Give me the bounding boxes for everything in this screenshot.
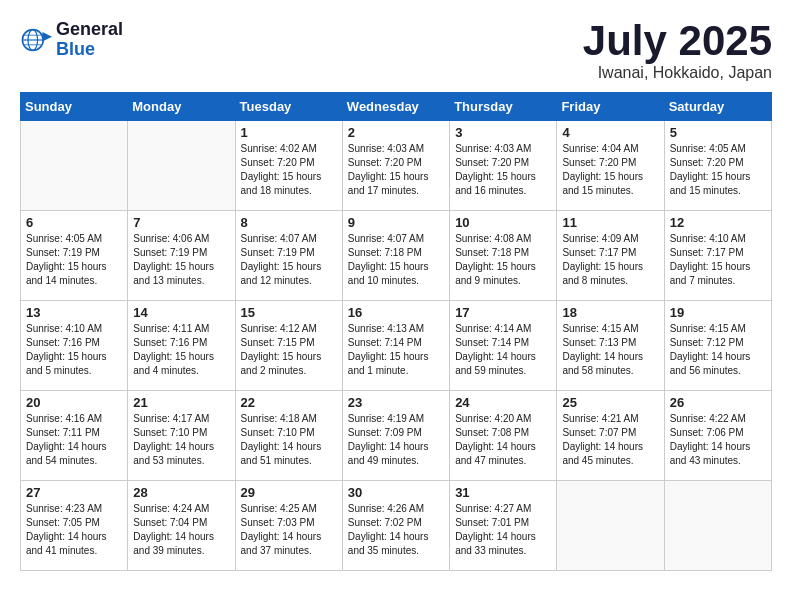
day-number: 24: [455, 395, 551, 410]
day-number: 16: [348, 305, 444, 320]
calendar-week-4: 20Sunrise: 4:16 AM Sunset: 7:11 PM Dayli…: [21, 391, 772, 481]
day-info: Sunrise: 4:24 AM Sunset: 7:04 PM Dayligh…: [133, 502, 229, 558]
day-info: Sunrise: 4:19 AM Sunset: 7:09 PM Dayligh…: [348, 412, 444, 468]
calendar-cell: [557, 481, 664, 571]
weekday-header-tuesday: Tuesday: [235, 93, 342, 121]
calendar-cell: 31Sunrise: 4:27 AM Sunset: 7:01 PM Dayli…: [450, 481, 557, 571]
day-info: Sunrise: 4:11 AM Sunset: 7:16 PM Dayligh…: [133, 322, 229, 378]
location: Iwanai, Hokkaido, Japan: [583, 64, 772, 82]
day-info: Sunrise: 4:06 AM Sunset: 7:19 PM Dayligh…: [133, 232, 229, 288]
calendar-cell: 25Sunrise: 4:21 AM Sunset: 7:07 PM Dayli…: [557, 391, 664, 481]
day-number: 28: [133, 485, 229, 500]
calendar-week-2: 6Sunrise: 4:05 AM Sunset: 7:19 PM Daylig…: [21, 211, 772, 301]
weekday-header-monday: Monday: [128, 93, 235, 121]
title-block: July 2025 Iwanai, Hokkaido, Japan: [583, 20, 772, 82]
day-number: 23: [348, 395, 444, 410]
day-number: 14: [133, 305, 229, 320]
day-info: Sunrise: 4:15 AM Sunset: 7:12 PM Dayligh…: [670, 322, 766, 378]
calendar-cell: 4Sunrise: 4:04 AM Sunset: 7:20 PM Daylig…: [557, 121, 664, 211]
day-info: Sunrise: 4:23 AM Sunset: 7:05 PM Dayligh…: [26, 502, 122, 558]
day-number: 15: [241, 305, 337, 320]
day-number: 31: [455, 485, 551, 500]
day-info: Sunrise: 4:07 AM Sunset: 7:19 PM Dayligh…: [241, 232, 337, 288]
day-number: 2: [348, 125, 444, 140]
day-number: 20: [26, 395, 122, 410]
day-number: 22: [241, 395, 337, 410]
calendar-cell: 11Sunrise: 4:09 AM Sunset: 7:17 PM Dayli…: [557, 211, 664, 301]
calendar-cell: 12Sunrise: 4:10 AM Sunset: 7:17 PM Dayli…: [664, 211, 771, 301]
day-number: 12: [670, 215, 766, 230]
day-info: Sunrise: 4:03 AM Sunset: 7:20 PM Dayligh…: [455, 142, 551, 198]
day-number: 11: [562, 215, 658, 230]
calendar-cell: 21Sunrise: 4:17 AM Sunset: 7:10 PM Dayli…: [128, 391, 235, 481]
logo-general-text: General: [56, 20, 123, 40]
weekday-header-sunday: Sunday: [21, 93, 128, 121]
day-info: Sunrise: 4:25 AM Sunset: 7:03 PM Dayligh…: [241, 502, 337, 558]
logo: General Blue: [20, 20, 123, 60]
weekday-header-wednesday: Wednesday: [342, 93, 449, 121]
day-info: Sunrise: 4:21 AM Sunset: 7:07 PM Dayligh…: [562, 412, 658, 468]
calendar-cell: 8Sunrise: 4:07 AM Sunset: 7:19 PM Daylig…: [235, 211, 342, 301]
day-number: 4: [562, 125, 658, 140]
calendar-cell: 10Sunrise: 4:08 AM Sunset: 7:18 PM Dayli…: [450, 211, 557, 301]
calendar-cell: 2Sunrise: 4:03 AM Sunset: 7:20 PM Daylig…: [342, 121, 449, 211]
calendar-cell: 7Sunrise: 4:06 AM Sunset: 7:19 PM Daylig…: [128, 211, 235, 301]
calendar-cell: [21, 121, 128, 211]
day-number: 1: [241, 125, 337, 140]
day-number: 27: [26, 485, 122, 500]
day-number: 5: [670, 125, 766, 140]
calendar-cell: [664, 481, 771, 571]
day-info: Sunrise: 4:26 AM Sunset: 7:02 PM Dayligh…: [348, 502, 444, 558]
weekday-header-row: SundayMondayTuesdayWednesdayThursdayFrid…: [21, 93, 772, 121]
calendar-cell: 1Sunrise: 4:02 AM Sunset: 7:20 PM Daylig…: [235, 121, 342, 211]
calendar-week-5: 27Sunrise: 4:23 AM Sunset: 7:05 PM Dayli…: [21, 481, 772, 571]
calendar-week-3: 13Sunrise: 4:10 AM Sunset: 7:16 PM Dayli…: [21, 301, 772, 391]
calendar-cell: 27Sunrise: 4:23 AM Sunset: 7:05 PM Dayli…: [21, 481, 128, 571]
calendar-cell: 3Sunrise: 4:03 AM Sunset: 7:20 PM Daylig…: [450, 121, 557, 211]
calendar-cell: 26Sunrise: 4:22 AM Sunset: 7:06 PM Dayli…: [664, 391, 771, 481]
day-info: Sunrise: 4:04 AM Sunset: 7:20 PM Dayligh…: [562, 142, 658, 198]
day-info: Sunrise: 4:08 AM Sunset: 7:18 PM Dayligh…: [455, 232, 551, 288]
page-header: General Blue July 2025 Iwanai, Hokkaido,…: [20, 20, 772, 82]
calendar-cell: 20Sunrise: 4:16 AM Sunset: 7:11 PM Dayli…: [21, 391, 128, 481]
day-number: 18: [562, 305, 658, 320]
day-number: 7: [133, 215, 229, 230]
day-info: Sunrise: 4:07 AM Sunset: 7:18 PM Dayligh…: [348, 232, 444, 288]
calendar-cell: 22Sunrise: 4:18 AM Sunset: 7:10 PM Dayli…: [235, 391, 342, 481]
calendar-cell: 28Sunrise: 4:24 AM Sunset: 7:04 PM Dayli…: [128, 481, 235, 571]
day-number: 26: [670, 395, 766, 410]
calendar-cell: 16Sunrise: 4:13 AM Sunset: 7:14 PM Dayli…: [342, 301, 449, 391]
day-info: Sunrise: 4:15 AM Sunset: 7:13 PM Dayligh…: [562, 322, 658, 378]
logo-icon: [20, 24, 52, 56]
calendar-cell: 5Sunrise: 4:05 AM Sunset: 7:20 PM Daylig…: [664, 121, 771, 211]
day-info: Sunrise: 4:16 AM Sunset: 7:11 PM Dayligh…: [26, 412, 122, 468]
day-number: 19: [670, 305, 766, 320]
day-info: Sunrise: 4:27 AM Sunset: 7:01 PM Dayligh…: [455, 502, 551, 558]
month-title: July 2025: [583, 20, 772, 62]
day-number: 29: [241, 485, 337, 500]
day-info: Sunrise: 4:10 AM Sunset: 7:16 PM Dayligh…: [26, 322, 122, 378]
calendar-week-1: 1Sunrise: 4:02 AM Sunset: 7:20 PM Daylig…: [21, 121, 772, 211]
day-number: 17: [455, 305, 551, 320]
day-info: Sunrise: 4:22 AM Sunset: 7:06 PM Dayligh…: [670, 412, 766, 468]
calendar-table: SundayMondayTuesdayWednesdayThursdayFrid…: [20, 92, 772, 571]
day-info: Sunrise: 4:10 AM Sunset: 7:17 PM Dayligh…: [670, 232, 766, 288]
calendar-cell: 14Sunrise: 4:11 AM Sunset: 7:16 PM Dayli…: [128, 301, 235, 391]
calendar-cell: 15Sunrise: 4:12 AM Sunset: 7:15 PM Dayli…: [235, 301, 342, 391]
calendar-cell: 6Sunrise: 4:05 AM Sunset: 7:19 PM Daylig…: [21, 211, 128, 301]
logo-text: General Blue: [56, 20, 123, 60]
logo-blue-text: Blue: [56, 40, 123, 60]
calendar-cell: 23Sunrise: 4:19 AM Sunset: 7:09 PM Dayli…: [342, 391, 449, 481]
day-number: 9: [348, 215, 444, 230]
day-info: Sunrise: 4:03 AM Sunset: 7:20 PM Dayligh…: [348, 142, 444, 198]
calendar-cell: 24Sunrise: 4:20 AM Sunset: 7:08 PM Dayli…: [450, 391, 557, 481]
day-number: 8: [241, 215, 337, 230]
day-number: 30: [348, 485, 444, 500]
day-info: Sunrise: 4:14 AM Sunset: 7:14 PM Dayligh…: [455, 322, 551, 378]
day-info: Sunrise: 4:17 AM Sunset: 7:10 PM Dayligh…: [133, 412, 229, 468]
day-number: 3: [455, 125, 551, 140]
calendar-cell: 13Sunrise: 4:10 AM Sunset: 7:16 PM Dayli…: [21, 301, 128, 391]
calendar-cell: 17Sunrise: 4:14 AM Sunset: 7:14 PM Dayli…: [450, 301, 557, 391]
day-info: Sunrise: 4:12 AM Sunset: 7:15 PM Dayligh…: [241, 322, 337, 378]
calendar-cell: 30Sunrise: 4:26 AM Sunset: 7:02 PM Dayli…: [342, 481, 449, 571]
